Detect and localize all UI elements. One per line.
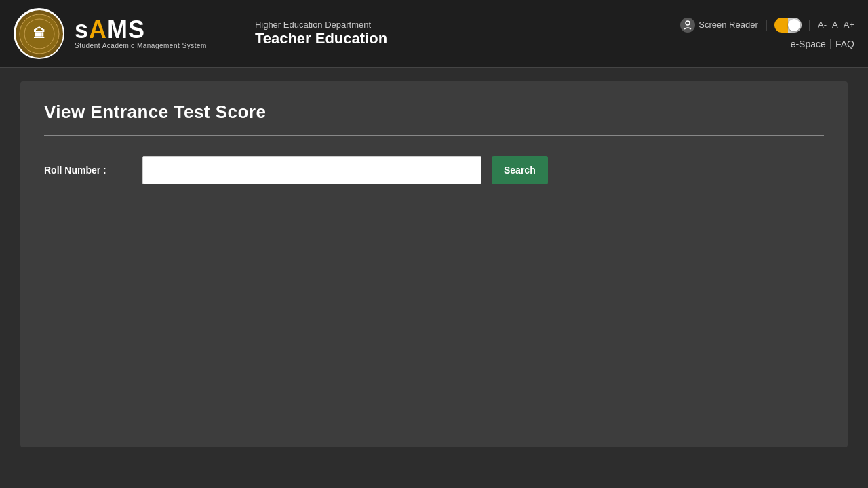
search-button[interactable]: Search — [492, 156, 548, 184]
header-right: Screen Reader | | A- A A+ e-Space | FAQ — [680, 18, 854, 50]
brand-text: sAMS Student Academic Management System — [75, 18, 207, 49]
font-increase-button[interactable]: A+ — [844, 20, 854, 30]
brand-prefix: s — [75, 16, 89, 43]
toggle-knob — [788, 19, 800, 31]
brand-name: sAMS — [75, 18, 207, 42]
controls-divider-2: | — [808, 19, 811, 31]
title-divider — [44, 135, 824, 136]
faq-link[interactable]: FAQ — [835, 39, 854, 49]
header: 🏛 sAMS Student Academic Management Syste… — [0, 0, 868, 68]
header-nav: e-Space | FAQ — [791, 38, 854, 50]
font-decrease-button[interactable]: A- — [818, 20, 827, 30]
svg-point-3 — [686, 21, 690, 25]
header-left: 🏛 sAMS Student Academic Management Syste… — [14, 8, 387, 59]
controls-divider-1: | — [765, 19, 768, 31]
roll-number-form-row: Roll Number : Search — [44, 156, 824, 184]
page-title: View Entrance Test Score — [44, 102, 824, 123]
font-normal-button[interactable]: A — [832, 20, 838, 30]
brand-highlight: A — [89, 16, 107, 43]
espace-link[interactable]: e-Space — [791, 39, 826, 49]
content-card: View Entrance Test Score Roll Number : S… — [20, 81, 848, 447]
department-name: Higher Education Department — [255, 20, 387, 30]
screen-reader-label: Screen Reader — [698, 20, 757, 30]
logo-emblem: 🏛 — [14, 8, 64, 59]
screen-reader-toggle[interactable] — [774, 18, 802, 33]
nav-divider: | — [829, 38, 832, 50]
screen-reader-icon — [680, 18, 695, 33]
svg-text:🏛: 🏛 — [33, 26, 45, 41]
roll-number-label: Roll Number : — [44, 165, 132, 176]
screen-reader-button[interactable]: Screen Reader — [680, 18, 757, 33]
department-subtitle: Teacher Education — [255, 30, 387, 47]
brand-suffix: MS — [107, 16, 145, 43]
brand-subtitle: Student Academic Management System — [75, 42, 207, 49]
emblem-icon: 🏛 — [16, 10, 63, 58]
font-size-controls: A- A A+ — [818, 20, 854, 30]
main-background: View Entrance Test Score Roll Number : S… — [0, 68, 868, 461]
header-logo-divider — [231, 10, 231, 58]
department-info: Higher Education Department Teacher Educ… — [255, 20, 387, 47]
roll-number-input[interactable] — [142, 156, 481, 184]
header-top-controls: Screen Reader | | A- A A+ — [680, 18, 854, 33]
